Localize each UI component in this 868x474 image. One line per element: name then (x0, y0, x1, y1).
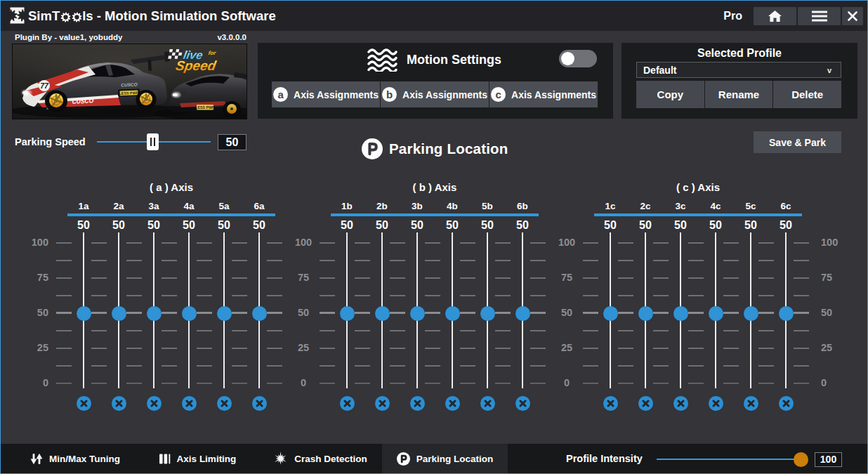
profile-select[interactable]: Default v (636, 62, 841, 78)
motion-settings-toggle[interactable] (559, 50, 597, 67)
axis-column-value: 50 (470, 219, 505, 232)
tab-crash-detection[interactable]: Crash Detection (262, 444, 379, 473)
axis-column-label: 6a (242, 201, 277, 211)
tab-parking-location[interactable]: Parking Location (382, 444, 508, 473)
copy-button[interactable]: Copy (636, 81, 704, 108)
parking-speed-value: 50 (218, 134, 246, 150)
bottom-tab-bar: Min/Max Tuning Axis Limiting Crash Detec… (1, 444, 867, 473)
axis-reset-button[interactable] (147, 396, 162, 411)
axis-column-label: 6c (768, 201, 803, 211)
axis-reset-button[interactable] (410, 396, 425, 411)
plugin-version-label: v3.0.0.0 (217, 33, 246, 41)
window-title: SimTls - Motion Simulation Software (28, 1, 276, 31)
home-icon (768, 11, 782, 22)
delete-button[interactable]: Delete (773, 81, 841, 108)
axis-reset-button[interactable] (182, 396, 197, 411)
scale-label: 75 (550, 272, 584, 284)
axis-group-title: ( a ) Axis (67, 181, 275, 193)
parking-circle-icon (397, 452, 410, 466)
axis-column-value: 50 (66, 219, 101, 232)
parking-speed-handle[interactable] (147, 133, 159, 150)
close-button[interactable] (842, 7, 863, 25)
axis-reset-button[interactable] (638, 396, 653, 411)
slider-handle[interactable] (445, 306, 460, 321)
profile-intensity-label: Profile Intensity (566, 453, 643, 464)
axis-assignments-a-button[interactable]: a Axis Assignments (272, 81, 380, 107)
axis-reset-button[interactable] (515, 396, 530, 411)
axis-column-label: 4c (698, 201, 733, 211)
tab-label: Min/Max Tuning (49, 454, 120, 464)
axis-reset-button[interactable] (445, 396, 460, 411)
slider-handle[interactable] (375, 306, 390, 321)
axis-assignments-b-button[interactable]: b Axis Assignments (381, 81, 489, 107)
axis-reset-button[interactable] (603, 396, 618, 411)
slider-handle[interactable] (603, 306, 618, 321)
edition-badge: Pro (723, 10, 742, 22)
letter-b-icon: b (382, 87, 397, 102)
title-bar: SimTls - Motion Simulation Software Pro (1, 1, 867, 31)
tab-axis-limiting[interactable]: Axis Limiting (145, 444, 249, 473)
scale-label: 25 (287, 342, 320, 355)
axis-column-label: 2a (101, 201, 136, 211)
slider-handle[interactable] (252, 306, 267, 321)
axis-column-value: 50 (505, 219, 540, 232)
tab-label: Parking Location (416, 454, 494, 464)
axis-reset-button[interactable] (779, 396, 794, 411)
axis-column-value: 50 (206, 219, 242, 232)
slider-handle[interactable] (709, 306, 723, 321)
slider-handle[interactable] (515, 306, 530, 321)
axis-reset-button[interactable] (252, 396, 267, 411)
scale-label: 0 (20, 377, 48, 390)
profile-intensity-handle[interactable] (794, 452, 808, 467)
chevron-down-icon: v (827, 66, 841, 74)
axis-reset-button[interactable] (480, 396, 495, 411)
axis-reset-button[interactable] (673, 396, 688, 411)
toggle-knob (561, 52, 574, 65)
axis-column-label: 6b (505, 201, 540, 211)
slider-handle[interactable] (638, 306, 653, 321)
x-icon (150, 400, 158, 407)
axis-reset-button[interactable] (709, 396, 723, 411)
axis-reset-button[interactable] (112, 396, 126, 411)
svg-text:LESS PWR: LESS PWR (119, 91, 138, 96)
profile-intensity-slider[interactable] (657, 459, 794, 460)
menu-button[interactable] (798, 7, 841, 25)
x-icon (677, 400, 685, 407)
x-icon (256, 400, 263, 407)
save-and-park-button[interactable]: Save & Park (754, 131, 841, 153)
scale-label: 100 (287, 237, 320, 249)
tab-min-max-tuning[interactable]: Min/Max Tuning (18, 444, 133, 473)
slider-handle[interactable] (744, 306, 758, 321)
scale-label: 100 (550, 237, 584, 249)
axis-group: ( c ) Axis 1c2c3c4c5c6c 505050505050 (594, 178, 802, 416)
slider-handle[interactable] (77, 306, 91, 321)
slider-handle[interactable] (673, 306, 688, 321)
parking-speed-label: Parking Speed (15, 136, 86, 147)
axis-group-underline (331, 213, 539, 216)
axis-reset-button[interactable] (340, 396, 355, 411)
scale-label: 0 (287, 377, 320, 390)
axis-column-value: 50 (400, 219, 435, 232)
selected-profile-title: Selected Profile (622, 47, 857, 60)
home-button[interactable] (754, 7, 796, 25)
slider-handle[interactable] (480, 306, 495, 321)
slider-handle[interactable] (182, 306, 197, 321)
plugin-image: LESS PWR 77 CUSCO ADVAN LESS PWR CUSCO l… (12, 44, 247, 119)
slider-handle[interactable] (779, 306, 794, 321)
axis-reset-button[interactable] (744, 396, 758, 411)
x-icon (449, 400, 456, 407)
rename-button[interactable]: Rename (705, 81, 773, 108)
slider-handle[interactable] (147, 306, 162, 321)
slider-handle[interactable] (217, 306, 232, 321)
x-icon (607, 400, 614, 407)
slider-handle[interactable] (340, 306, 355, 321)
axis-column-value: 50 (435, 219, 470, 232)
axis-assignments-c-button[interactable]: c Axis Assignments (489, 81, 598, 107)
slider-handle[interactable] (112, 306, 126, 321)
axis-reset-button[interactable] (375, 396, 390, 411)
axis-reset-button[interactable] (217, 396, 232, 411)
axis-reset-button[interactable] (77, 396, 91, 411)
scale-label: 0 (821, 377, 849, 390)
plugin-by-label: Plugin By - value1, yobuddy (15, 33, 122, 41)
slider-handle[interactable] (410, 306, 425, 321)
